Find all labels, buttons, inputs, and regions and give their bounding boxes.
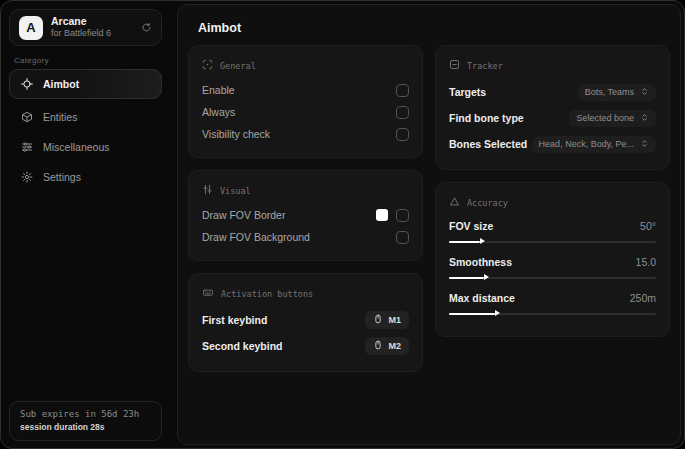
app-subtitle: for Battlefield 6	[51, 28, 111, 39]
setting-row-targets: Targets Bots, Teams	[449, 79, 656, 105]
setting-label: Find bone type	[449, 112, 524, 124]
sidebar-item-label: Settings	[43, 171, 81, 183]
app-name: Arcane	[51, 15, 111, 28]
gear-icon	[21, 171, 33, 183]
scan-target-icon	[202, 59, 213, 72]
setting-label: Smoothness	[449, 256, 512, 268]
sidebar-nav: Aimbot Entities Miscella	[9, 69, 162, 192]
keyboard-icon	[202, 287, 214, 300]
card-title: Visual	[220, 186, 251, 196]
setting-row-enable: Enable	[202, 79, 409, 101]
visual-card-header: Visual	[202, 184, 409, 197]
cards-grid: General Enable Always Visibility check	[188, 45, 670, 372]
session-duration-text: session duration 28s	[20, 422, 151, 432]
setting-row-second-keybind: Second keybind M2	[202, 333, 409, 359]
fov-background-checkbox[interactable]	[396, 231, 409, 244]
visual-card: Visual Draw FOV Border Draw FOV Backgrou…	[188, 170, 423, 261]
first-keybind-button[interactable]: M1	[365, 311, 409, 329]
right-column: Tracker Targets Bots, Teams	[435, 45, 670, 372]
focus-box-icon	[449, 59, 460, 72]
setting-row-find-bone-type: Find bone type Selected bone	[449, 105, 656, 131]
dropdown-value: Head, Neck, Body, Pe...	[539, 139, 634, 149]
setting-label: Second keybind	[202, 340, 283, 352]
accuracy-card: Accuracy FOV size 50°	[435, 182, 670, 337]
cube-icon	[21, 111, 33, 123]
second-keybind-button[interactable]: M2	[365, 337, 409, 355]
crosshair-icon	[21, 78, 33, 90]
sidebar-item-label: Entities	[43, 111, 77, 123]
app-title-block: Arcane for Battlefield 6	[51, 15, 111, 39]
fov-size-header: FOV size 50°	[449, 216, 656, 236]
smoothness-value: 15.0	[636, 256, 656, 268]
tracker-card: Tracker Targets Bots, Teams	[435, 45, 670, 170]
general-card: General Enable Always Visibility check	[188, 45, 423, 158]
tracker-card-header: Tracker	[449, 59, 656, 72]
visibility-check-checkbox[interactable]	[396, 128, 409, 141]
setting-label: Draw FOV Border	[202, 209, 285, 221]
setting-row-fov-background: Draw FOV Background	[202, 226, 409, 248]
setting-row-fov-size: FOV size 50°	[449, 216, 656, 246]
sliders-icon	[21, 141, 33, 153]
mouse-icon	[373, 340, 383, 352]
setting-row-fov-border: Draw FOV Border	[202, 204, 409, 226]
setting-row-bones-selected: Bones Selected Head, Neck, Body, Pe...	[449, 131, 656, 157]
max-distance-slider[interactable]	[449, 309, 656, 318]
max-distance-header: Max distance 250m	[449, 288, 656, 308]
smoothness-header: Smoothness 15.0	[449, 252, 656, 272]
activation-card-header: Activation buttons	[202, 287, 409, 300]
main-panel: Aimbot General Enable	[177, 4, 681, 445]
always-checkbox[interactable]	[396, 106, 409, 119]
card-title: Tracker	[467, 61, 503, 71]
sidebar-header: A Arcane for Battlefield 6	[9, 9, 162, 46]
triangle-icon	[449, 196, 460, 209]
app-window: A Arcane for Battlefield 6 Category Aimb…	[0, 0, 685, 449]
sidebar-item-label: Miscellaneous	[43, 141, 110, 153]
general-card-header: General	[202, 59, 409, 72]
unfold-icon	[640, 113, 649, 124]
sidebar-item-miscellaneous[interactable]: Miscellaneous	[9, 132, 162, 162]
fov-border-color-swatch[interactable]	[376, 209, 388, 221]
keybind-value: M2	[388, 341, 401, 351]
fov-size-slider[interactable]	[449, 237, 656, 246]
setting-label: Max distance	[449, 292, 515, 304]
fov-border-controls	[376, 209, 409, 222]
setting-label: Draw FOV Background	[202, 231, 310, 243]
fov-size-value: 50°	[640, 220, 656, 232]
subscription-status: Sub expires in 56d 23h session duration …	[9, 401, 162, 441]
page-title: Aimbot	[198, 21, 241, 35]
sidebar: A Arcane for Battlefield 6 Category Aimb…	[1, 1, 176, 448]
sidebar-item-label: Aimbot	[43, 78, 79, 90]
refresh-icon[interactable]	[141, 22, 152, 33]
find-bone-type-dropdown[interactable]: Selected bone	[569, 110, 656, 127]
targets-dropdown[interactable]: Bots, Teams	[578, 84, 656, 101]
sidebar-item-aimbot[interactable]: Aimbot	[9, 69, 162, 99]
setting-row-smoothness: Smoothness 15.0	[449, 252, 656, 282]
setting-row-max-distance: Max distance 250m	[449, 288, 656, 318]
slider-fill[interactable]	[449, 241, 480, 243]
adjust-sliders-icon	[202, 184, 213, 197]
setting-label: Visibility check	[202, 128, 270, 140]
sidebar-item-entities[interactable]: Entities	[9, 102, 162, 132]
setting-label: Always	[202, 106, 235, 118]
left-column: General Enable Always Visibility check	[188, 45, 423, 372]
slider-fill[interactable]	[449, 313, 495, 315]
category-label: Category	[14, 56, 49, 65]
activation-buttons-card: Activation buttons First keybind M1	[188, 273, 423, 372]
sidebar-item-settings[interactable]: Settings	[9, 162, 162, 192]
dropdown-value: Selected bone	[576, 113, 634, 123]
setting-label: Enable	[202, 84, 235, 96]
dropdown-value: Bots, Teams	[585, 87, 634, 97]
unfold-icon	[640, 139, 649, 150]
unfold-icon	[640, 87, 649, 98]
card-title: Activation buttons	[221, 289, 313, 299]
keybind-value: M1	[388, 315, 401, 325]
setting-row-first-keybind: First keybind M1	[202, 307, 409, 333]
app-logo: A	[19, 16, 43, 40]
card-title: General	[220, 61, 256, 71]
bones-selected-dropdown[interactable]: Head, Neck, Body, Pe...	[532, 136, 656, 153]
smoothness-slider[interactable]	[449, 273, 656, 282]
slider-fill[interactable]	[449, 277, 484, 279]
enable-checkbox[interactable]	[396, 84, 409, 97]
fov-border-checkbox[interactable]	[396, 209, 409, 222]
mouse-icon	[373, 314, 383, 326]
